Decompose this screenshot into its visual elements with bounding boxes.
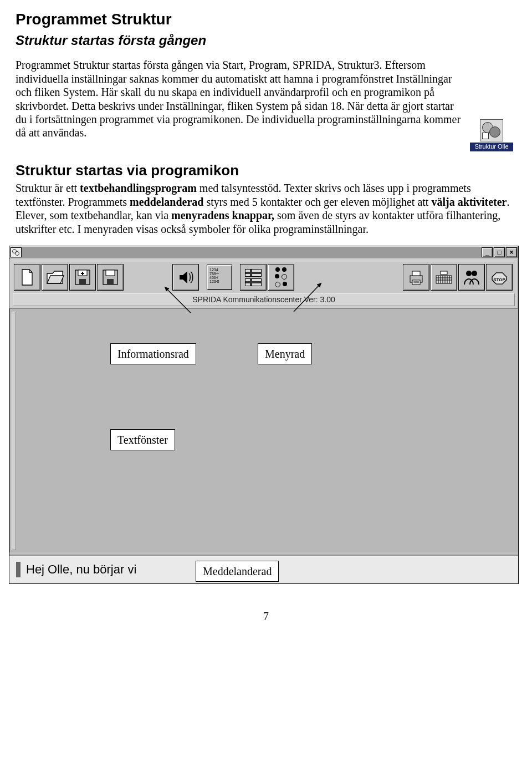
svg-rect-8 (412, 280, 420, 285)
maximize-button[interactable]: □ (494, 247, 505, 257)
flag-se-button[interactable] (240, 264, 267, 291)
intro-paragraph: Programmet Struktur startas första gånge… (16, 58, 516, 139)
system-menu-icon[interactable] (11, 247, 22, 257)
new-file-button[interactable] (14, 264, 40, 291)
info-bar: SPRIDA Kommunikationscenter Ver: 3.00 (13, 293, 515, 306)
section-paragraph-2: Struktur är ett textbehandlingsprogram m… (16, 181, 516, 236)
open-file-button[interactable] (42, 264, 68, 291)
close-button[interactable]: × (506, 247, 517, 257)
save-button[interactable] (97, 264, 124, 291)
users-button[interactable] (458, 264, 485, 291)
toolbar: 1234 789+· 456·/ 123·0 (13, 262, 515, 293)
svg-rect-20 (441, 271, 447, 275)
section-subtitle-2: Struktur startas via programikon (16, 162, 516, 180)
message-bar-handle[interactable] (16, 562, 21, 577)
svg-rect-2 (79, 279, 86, 285)
page-number: 7 (16, 610, 516, 623)
svg-rect-4 (106, 270, 115, 276)
braille-button[interactable] (268, 264, 294, 291)
minimize-button[interactable]: _ (482, 247, 493, 257)
keyboard-button[interactable] (431, 264, 457, 291)
stop-button[interactable]: STOP (486, 264, 513, 291)
callout-menyrad: Menyrad (258, 343, 312, 364)
save-plus-button[interactable] (69, 264, 96, 291)
svg-rect-7 (412, 271, 420, 276)
numbers-button[interactable]: 1234 789+· 456·/ 123·0 (207, 265, 232, 290)
page-title: Programmet Struktur (16, 10, 516, 29)
section-subtitle-1: Struktur startas första gången (16, 32, 516, 48)
print-button[interactable] (403, 264, 429, 291)
titlebar: _ □ × (9, 246, 518, 258)
svg-point-22 (472, 271, 477, 276)
shortcut-label: Struktur Olle (470, 143, 513, 151)
speaker-button[interactable] (172, 264, 199, 291)
callout-informationsrad: Informationsrad (110, 343, 196, 364)
callout-textfonster: Textfönster (110, 429, 175, 450)
svg-point-21 (466, 271, 472, 276)
callout-meddelanderad: Meddelanderad (196, 561, 279, 582)
message-text: Hej Olle, nu börjar vi (26, 562, 136, 577)
svg-rect-5 (107, 279, 114, 285)
app-window: _ □ × (9, 246, 519, 584)
desktop-shortcut-struktur-olle: Struktur Olle (470, 119, 513, 151)
shortcut-icon (480, 119, 503, 141)
